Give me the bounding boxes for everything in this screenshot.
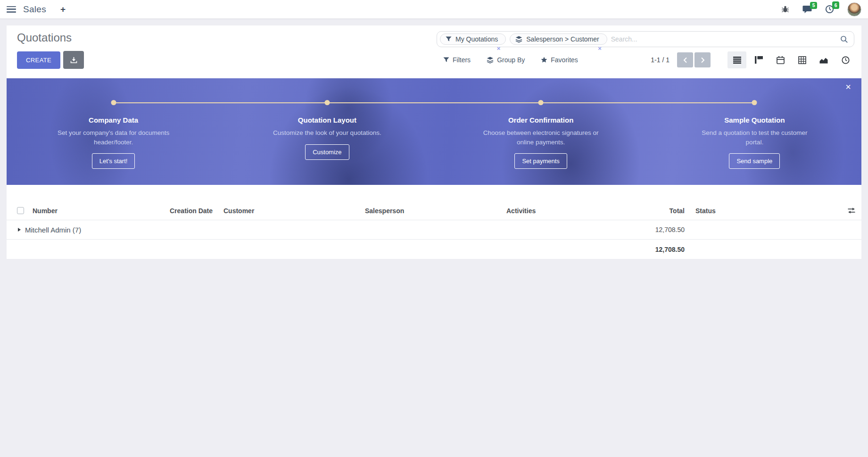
footer-total: 12,708.50 <box>596 246 685 253</box>
list-header-row: Number Creation Date Customer Salesperso… <box>7 201 861 220</box>
search-bar: My Quotations × Salesperson > Customer × <box>437 31 854 47</box>
search-input[interactable] <box>611 35 836 43</box>
step-title: Company Data <box>7 116 220 124</box>
set-payments-button[interactable]: Set payments <box>514 153 567 169</box>
chevron-left-icon <box>683 57 687 63</box>
view-graph-button[interactable] <box>814 51 833 68</box>
facet-label: My Quotations <box>455 35 498 43</box>
view-calendar-button[interactable] <box>771 51 790 68</box>
activities-count-badge: 6 <box>832 1 839 9</box>
messages-icon[interactable]: 5 <box>802 5 812 14</box>
download-icon <box>70 57 77 64</box>
optional-columns-icon[interactable] <box>842 208 861 214</box>
group-row-mitchell-admin[interactable]: Mitchell Admin (7) 12,708.50 <box>7 220 861 240</box>
main-content: Quotations My Quotations × Salesperson >… <box>7 25 861 259</box>
favorites-menu[interactable]: Favorites <box>541 56 578 64</box>
graph-view-icon <box>819 57 828 64</box>
create-button[interactable]: CREATE <box>17 51 60 69</box>
step-title: Quotation Layout <box>220 116 434 124</box>
search-icon[interactable] <box>840 35 848 43</box>
pivot-view-icon <box>798 56 806 64</box>
list-footer-row: 12,708.50 <box>7 240 861 259</box>
search-facet-groupby: Salesperson > Customer × <box>510 33 607 45</box>
onboarding-step-company-data: Company Data Set your company's data for… <box>7 78 220 185</box>
header-status[interactable]: Status <box>685 207 842 215</box>
step-description: Choose between electronic signatures or … <box>481 128 600 147</box>
pager-range: 1-1 / 1 <box>651 56 670 64</box>
send-sample-button[interactable]: Send sample <box>729 153 780 169</box>
debug-bug-icon[interactable] <box>781 5 789 13</box>
quick-create-icon[interactable]: + <box>60 4 66 15</box>
chevron-right-icon <box>701 57 705 63</box>
timeline-dot <box>324 100 330 105</box>
groupby-menu[interactable]: Group By <box>487 56 525 64</box>
layers-icon <box>487 57 494 64</box>
favorites-label: Favorites <box>551 56 578 64</box>
timeline-dot <box>538 100 544 105</box>
step-title: Sample Quotation <box>648 116 861 124</box>
header-salesperson[interactable]: Salesperson <box>365 207 506 215</box>
timeline-dot <box>752 100 757 105</box>
search-menus: Filters Group By Favorites <box>443 49 578 71</box>
quotations-list: Number Creation Date Customer Salesperso… <box>7 201 861 259</box>
group-expand-caret-icon[interactable] <box>18 228 21 232</box>
onboarding-banner: Company Data Set your company's data for… <box>7 78 861 185</box>
filters-label: Filters <box>453 56 471 64</box>
view-switcher <box>725 51 855 68</box>
filter-icon <box>443 57 449 63</box>
timeline-dot <box>111 100 116 105</box>
onboarding-step-quotation-layout: Quotation Layout Customize the look of y… <box>220 78 434 185</box>
facet-label: Salesperson > Customer <box>526 35 599 43</box>
lets-start-button[interactable]: Let's start! <box>92 153 135 169</box>
list-view-icon <box>733 56 741 64</box>
page-title: Quotations <box>17 31 72 44</box>
header-creation-date[interactable]: Creation Date <box>170 207 223 215</box>
step-description: Send a quotation to test the customer po… <box>695 128 814 147</box>
view-list-button[interactable] <box>727 51 746 68</box>
activity-view-icon <box>842 56 850 64</box>
customize-button[interactable]: Customize <box>305 144 349 160</box>
header-total[interactable]: Total <box>596 207 685 215</box>
view-pivot-button[interactable] <box>793 51 811 68</box>
select-all-checkbox[interactable] <box>17 207 24 214</box>
groupby-label: Group By <box>497 56 525 64</box>
view-activity-button[interactable] <box>836 51 855 68</box>
app-name[interactable]: Sales <box>23 4 46 15</box>
filter-icon <box>446 36 452 42</box>
step-title: Order Confirmation <box>434 116 648 124</box>
view-kanban-button[interactable] <box>749 51 768 68</box>
kanban-view-icon <box>755 56 763 64</box>
group-total: 12,708.50 <box>596 226 685 233</box>
layers-icon <box>515 36 522 43</box>
header-activities[interactable]: Activities <box>506 207 596 215</box>
export-button[interactable] <box>63 51 84 69</box>
filters-menu[interactable]: Filters <box>443 56 471 64</box>
star-icon <box>541 57 547 63</box>
group-label: Mitchell Admin (7) <box>25 226 81 234</box>
top-navbar: Sales + 5 6 <box>0 0 868 19</box>
onboarding-step-sample-quotation: Sample Quotation Send a quotation to tes… <box>648 78 861 185</box>
user-avatar[interactable] <box>847 2 861 17</box>
search-facet-my-quotations: My Quotations × <box>440 33 506 45</box>
apps-menu-icon[interactable] <box>7 6 16 13</box>
messages-count-badge: 5 <box>810 2 817 9</box>
calendar-view-icon <box>777 56 785 64</box>
step-description: Customize the look of your quotations. <box>268 128 387 138</box>
activities-clock-icon[interactable]: 6 <box>825 5 834 14</box>
banner-close-icon[interactable]: × <box>845 82 851 91</box>
pager-previous-button[interactable] <box>677 52 693 67</box>
header-number[interactable]: Number <box>33 207 170 215</box>
header-customer[interactable]: Customer <box>223 207 365 215</box>
onboarding-step-order-confirmation: Order Confirmation Choose between electr… <box>434 78 648 185</box>
step-description: Set your company's data for documents he… <box>54 128 173 147</box>
pager-next-button[interactable] <box>694 52 711 67</box>
